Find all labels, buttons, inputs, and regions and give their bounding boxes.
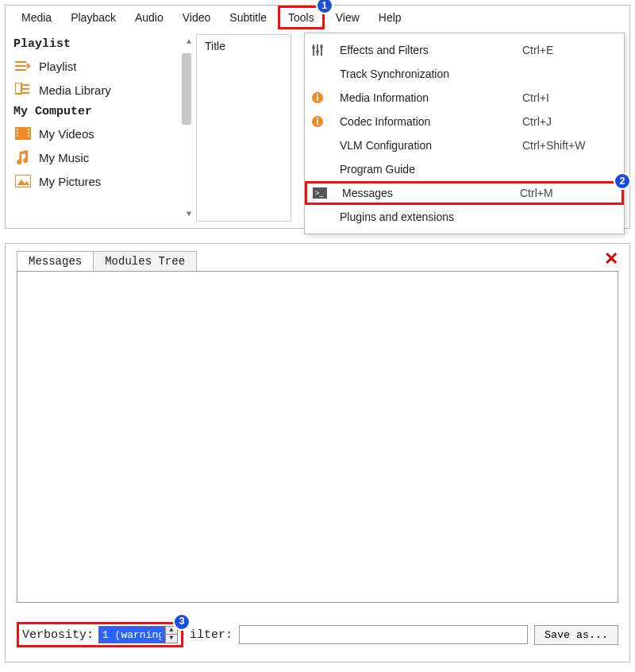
menuitem-shortcut: Ctrl+J <box>522 115 618 128</box>
save-as-button[interactable]: Save as... <box>534 625 618 645</box>
sidebar-section-playlist: Playlist <box>13 34 193 54</box>
scrollbar-thumb[interactable] <box>182 53 191 125</box>
messages-output-area[interactable] <box>17 271 618 603</box>
svg-point-21 <box>316 50 319 53</box>
sidebar-item-media-library[interactable]: Media Library <box>13 78 193 102</box>
svg-rect-6 <box>22 88 29 90</box>
menuitem-messages[interactable]: >_ Messages Ctrl+M 2 <box>305 181 624 205</box>
svg-text:>_: >_ <box>315 189 324 197</box>
svg-rect-13 <box>28 132 29 133</box>
menu-tools-label: Tools <box>288 11 314 24</box>
svg-rect-10 <box>17 132 18 133</box>
sidebar-section-mycomputer: My Computer <box>13 102 193 122</box>
menuitem-shortcut: Ctrl+I <box>522 91 618 104</box>
menu-video[interactable]: Video <box>175 8 219 27</box>
menuitem-effects-filters[interactable]: Effects and Filters Ctrl+E <box>305 38 624 62</box>
blank-icon <box>310 209 325 225</box>
filter-input[interactable] <box>239 625 528 644</box>
callout-badge-2: 2 <box>614 172 631 190</box>
menuitem-shortcut: Ctrl+E <box>522 44 618 56</box>
pictures-icon <box>15 174 31 188</box>
playlist-icon <box>15 59 31 73</box>
svg-rect-7 <box>22 92 29 94</box>
sidebar-item-playlist[interactable]: Playlist <box>13 54 193 78</box>
menu-media[interactable]: Media <box>13 8 60 27</box>
verbosity-group: Verbosity: ▲ ▼ 3 <box>17 622 183 647</box>
svg-marker-16 <box>17 180 29 185</box>
menu-tools[interactable]: Tools 1 <box>278 6 325 29</box>
menuitem-vlm-config[interactable]: VLM Configuration Ctrl+Shift+W <box>305 133 624 157</box>
sliders-icon <box>310 42 325 58</box>
spin-down-icon[interactable]: ▼ <box>166 635 177 643</box>
menubar: Media Playback Audio Video Subtitle Tool… <box>6 6 629 29</box>
blank-icon <box>310 161 325 177</box>
menu-playback[interactable]: Playback <box>63 8 124 27</box>
close-icon[interactable]: ✕ <box>604 249 618 269</box>
music-icon <box>15 150 31 164</box>
callout-badge-3: 3 <box>173 613 190 631</box>
sidebar-item-label: My Music <box>39 151 89 164</box>
svg-rect-14 <box>28 135 29 137</box>
svg-rect-1 <box>15 65 26 67</box>
svg-rect-15 <box>15 175 31 187</box>
menuitem-label: Effects and Filters <box>337 44 522 56</box>
menuitem-label: Program Guide <box>337 163 522 176</box>
menuitem-codec-info[interactable]: Codec Information Ctrl+J <box>305 110 624 133</box>
svg-rect-11 <box>17 135 18 137</box>
svg-rect-12 <box>28 129 29 130</box>
menuitem-track-sync[interactable]: Track Synchronization <box>305 62 624 86</box>
scroll-down-icon[interactable]: ▼ <box>187 210 191 218</box>
svg-rect-2 <box>15 69 26 71</box>
info-icon <box>310 90 325 106</box>
sidebar-item-music[interactable]: My Music <box>13 145 193 169</box>
svg-rect-0 <box>15 61 26 63</box>
verbosity-input[interactable] <box>98 626 165 643</box>
verbosity-label: Verbosity: <box>22 628 94 642</box>
svg-rect-24 <box>317 96 318 101</box>
svg-point-22 <box>320 45 323 48</box>
menuitem-label: Media Information <box>337 91 522 104</box>
menuitem-label: Plugins and extensions <box>337 210 522 223</box>
menuitem-label: VLM Configuration <box>337 139 522 152</box>
tools-dropdown: Effects and Filters Ctrl+E Track Synchro… <box>304 33 625 234</box>
media-library-icon <box>15 83 31 97</box>
sidebar-item-pictures[interactable]: My Pictures <box>13 169 193 193</box>
vlc-main-window: Media Playback Audio Video Subtitle Tool… <box>5 5 630 229</box>
sidebar-item-label: Playlist <box>39 60 77 73</box>
scroll-up-icon[interactable]: ▲ <box>187 37 191 46</box>
sidebar: ▲ ▼ Playlist Playlist Media Library My C… <box>6 29 196 226</box>
menuitem-plugins[interactable]: Plugins and extensions <box>305 205 624 229</box>
svg-rect-25 <box>317 94 318 95</box>
tab-messages[interactable]: Messages <box>17 251 94 271</box>
svg-rect-5 <box>22 84 29 86</box>
menu-audio[interactable]: Audio <box>127 8 171 27</box>
menu-help[interactable]: Help <box>371 8 410 27</box>
menuitem-label: Codec Information <box>337 115 522 128</box>
tab-modules-tree[interactable]: Modules Tree <box>93 251 197 271</box>
blank-icon <box>310 137 325 153</box>
verbosity-spinner[interactable]: ▲ ▼ <box>98 626 178 643</box>
svg-rect-28 <box>317 118 318 119</box>
column-title: Title <box>205 40 225 52</box>
sidebar-item-label: My Pictures <box>39 175 101 188</box>
menu-view[interactable]: View <box>328 8 368 27</box>
menuitem-program-guide[interactable]: Program Guide <box>305 157 624 181</box>
videos-icon <box>15 126 31 141</box>
svg-marker-3 <box>27 63 31 69</box>
menuitem-label: Track Synchronization <box>337 68 522 80</box>
messages-window: Messages Modules Tree ✕ Verbosity: ▲ ▼ 3… <box>5 243 630 662</box>
sidebar-item-label: Media Library <box>39 83 111 97</box>
filter-label: ilter: <box>190 628 233 642</box>
playlist-header: Title <box>196 34 291 222</box>
svg-rect-9 <box>17 129 18 130</box>
terminal-icon: >_ <box>312 185 328 201</box>
menuitem-shortcut: Ctrl+M <box>520 187 615 199</box>
menuitem-media-info[interactable]: Media Information Ctrl+I <box>305 86 624 110</box>
bottom-controls: Verbosity: ▲ ▼ 3 ilter: Save as... <box>17 622 618 647</box>
blank-icon <box>310 66 325 82</box>
sidebar-item-videos[interactable]: My Videos <box>13 122 193 145</box>
info-icon <box>310 114 325 129</box>
menu-subtitle[interactable]: Subtitle <box>221 8 275 27</box>
svg-rect-4 <box>15 83 21 94</box>
menuitem-shortcut: Ctrl+Shift+W <box>522 139 618 152</box>
